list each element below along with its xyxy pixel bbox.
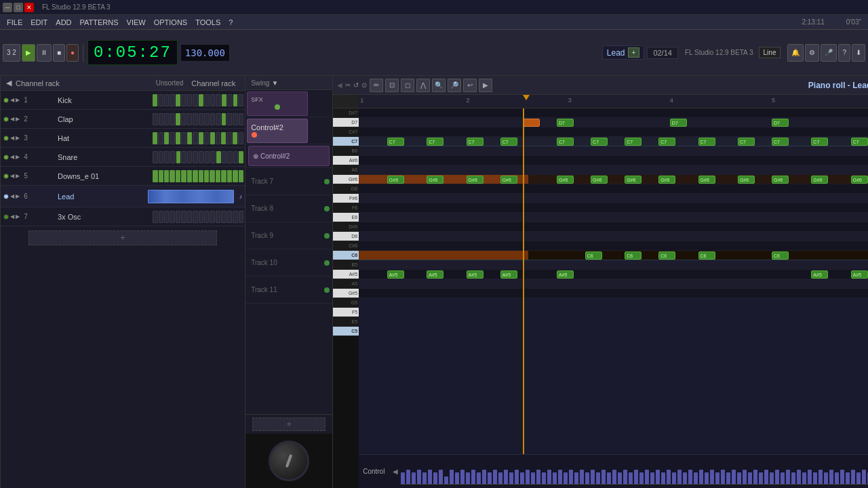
ctrl-bar[interactable] xyxy=(715,472,719,485)
ctrl-bar[interactable] xyxy=(574,472,578,485)
maximize-button[interactable]: □ xyxy=(14,3,23,12)
pr-slice[interactable]: ⋀ xyxy=(416,79,430,92)
toolbar-icon-3[interactable]: 🎤 xyxy=(821,44,837,62)
ctrl-bar[interactable] xyxy=(856,472,861,485)
note-gsharp6-2[interactable]: G#6 xyxy=(427,176,443,184)
menu-add[interactable]: ADD xyxy=(52,18,75,26)
note-c7-12[interactable]: C7 xyxy=(811,138,828,146)
note-gsharp6-12[interactable]: G#6 xyxy=(811,176,828,184)
ctrl-bar[interactable] xyxy=(645,470,649,485)
piano-key-d6-sharp[interactable]: D#6 xyxy=(333,222,359,232)
piano-key-a6[interactable]: A6 xyxy=(333,165,359,175)
note-c7-2[interactable]: C7 xyxy=(427,138,443,146)
ctrl-bar[interactable] xyxy=(471,470,475,485)
step[interactable] xyxy=(233,94,238,106)
ch-led-6[interactable] xyxy=(3,194,9,199)
note-bb5-6[interactable]: A#5 xyxy=(811,270,828,279)
ctrl-bar[interactable] xyxy=(688,470,692,485)
pitch-row-bb6[interactable] xyxy=(359,156,868,165)
step[interactable] xyxy=(233,132,237,144)
ctrl-bar[interactable] xyxy=(450,470,454,485)
step[interactable] xyxy=(159,113,164,125)
pitch-row-d7[interactable]: D7 D7 D7 D7 xyxy=(359,118,868,127)
step[interactable] xyxy=(164,94,170,106)
step[interactable] xyxy=(199,211,203,223)
pr-select[interactable]: ⊡ xyxy=(385,79,399,92)
ctrl-bar[interactable] xyxy=(764,470,768,485)
step[interactable] xyxy=(210,113,216,125)
ctrl-bar[interactable] xyxy=(504,470,508,485)
pitch-row-c6sharp[interactable] xyxy=(359,241,868,251)
piano-key-e5[interactable]: E5 xyxy=(333,317,359,327)
step[interactable] xyxy=(199,94,203,106)
note-d7-3[interactable]: D7 xyxy=(670,119,687,127)
piano-key-d7-sharp[interactable]: D#7 xyxy=(333,108,359,118)
ctrl-bar[interactable] xyxy=(650,472,654,485)
note-c6-4[interactable]: C6 xyxy=(698,251,715,260)
ch-led-4[interactable] xyxy=(3,155,9,160)
pr-loop[interactable]: ↺ xyxy=(353,81,359,89)
step[interactable] xyxy=(158,132,163,144)
step[interactable] xyxy=(222,151,227,163)
note-gsharp6-4[interactable]: G#6 xyxy=(500,176,517,184)
ctrl-bar[interactable] xyxy=(743,470,747,485)
ch-name-snare[interactable]: Snare xyxy=(55,153,151,161)
ctrl-bar[interactable] xyxy=(439,470,443,485)
note-gsharp6-8[interactable]: G#6 xyxy=(658,176,675,184)
ctrl-bar[interactable] xyxy=(732,470,736,485)
note-gsharp6-9[interactable]: G#6 xyxy=(698,176,715,184)
step[interactable] xyxy=(181,113,186,125)
pitch-row-e6[interactable] xyxy=(359,213,868,222)
control-left-arrow[interactable]: ◀ xyxy=(393,468,398,475)
ctrl-bar[interactable] xyxy=(460,470,465,485)
sort-label[interactable]: Unsorted xyxy=(156,79,184,87)
step[interactable] xyxy=(186,113,192,125)
pitch-row-f6[interactable] xyxy=(359,203,868,213)
ctrl-bar[interactable] xyxy=(770,472,774,485)
loop-btn[interactable]: 3 2 xyxy=(3,44,20,62)
stop-button[interactable]: ■ xyxy=(53,44,65,62)
ctrl-bar[interactable] xyxy=(607,472,611,485)
note-c6-3[interactable]: C6 xyxy=(658,251,675,260)
toolbar-icon-4[interactable]: ? xyxy=(838,44,850,62)
pitch-row-a6[interactable] xyxy=(359,165,868,175)
step[interactable] xyxy=(159,211,163,223)
note-d7-2[interactable]: D7 xyxy=(557,119,574,127)
piano-key-g5[interactable]: G5 xyxy=(333,298,359,308)
ctrl-bar[interactable] xyxy=(759,472,763,485)
ctrl-bar[interactable] xyxy=(791,472,795,485)
step[interactable] xyxy=(153,132,157,144)
ctrl-bar[interactable] xyxy=(840,470,844,485)
ch-arrow-6[interactable]: ◀ xyxy=(10,193,14,199)
note-c6-2[interactable]: C6 xyxy=(625,251,642,260)
ctrl-bar[interactable] xyxy=(596,472,600,485)
ctrl-bar[interactable] xyxy=(851,470,855,485)
step[interactable] xyxy=(239,211,243,223)
step[interactable] xyxy=(193,113,198,125)
step[interactable] xyxy=(226,132,232,144)
step[interactable] xyxy=(227,151,233,163)
step[interactable] xyxy=(239,113,244,125)
step[interactable] xyxy=(170,211,174,223)
ctrl-bar[interactable] xyxy=(629,472,633,485)
note-c7-4[interactable]: C7 xyxy=(500,138,517,146)
step[interactable] xyxy=(238,94,243,106)
menu-file[interactable]: FILE xyxy=(3,18,26,26)
menu-tools[interactable]: TOOLS xyxy=(191,18,224,26)
step[interactable] xyxy=(164,151,170,163)
ctrl-bar[interactable] xyxy=(406,470,410,485)
ctrl-bar[interactable] xyxy=(862,470,866,485)
ctrl-bar[interactable] xyxy=(542,472,546,485)
ch-led-5[interactable] xyxy=(3,174,9,179)
pitch-row-a5[interactable] xyxy=(359,279,868,289)
ctrl-bar[interactable] xyxy=(509,472,513,485)
step[interactable] xyxy=(226,113,232,125)
note-bb5-2[interactable]: A#5 xyxy=(427,270,443,279)
ctrl-bar[interactable] xyxy=(846,472,850,485)
ctrl-bar[interactable] xyxy=(618,472,622,485)
piano-key-f6-sharp[interactable]: F#6 xyxy=(333,194,359,203)
note-d7-1[interactable] xyxy=(523,119,540,127)
ch-arrow-r-6[interactable]: ▶ xyxy=(16,193,20,199)
pitch-row-gsharp6[interactable]: G#6 G#6 G#6 G#6 G#6 G#6 G#6 G#6 G#6 G#6 … xyxy=(359,175,868,184)
piano-key-bb6[interactable]: A#6 xyxy=(333,156,359,165)
